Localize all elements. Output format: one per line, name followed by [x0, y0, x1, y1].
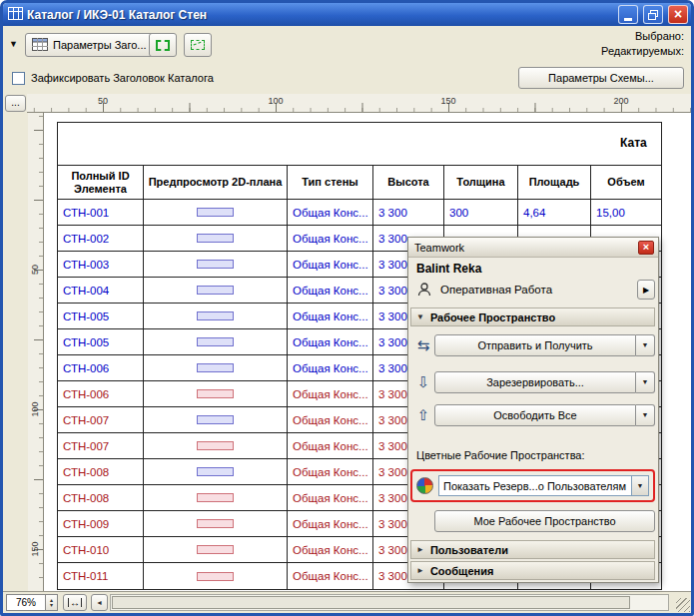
users-section-header[interactable]: ► Пользователи	[410, 540, 655, 559]
operative-work-flyout-button[interactable]: ▶	[637, 280, 655, 300]
combobox-arrow[interactable]: ▼	[631, 476, 648, 495]
cell-volume[interactable]: 15,00	[591, 200, 661, 225]
reserve-dropdown[interactable]: ▼	[636, 371, 655, 393]
scrollbar-thumb[interactable]	[112, 596, 630, 609]
horizontal-scrollbar[interactable]	[110, 594, 669, 611]
table-row[interactable]: СТН-001 Общая Конс... 3 300 300 4,64 15,…	[58, 200, 661, 226]
cell-wall-type[interactable]: Общая Конс...	[288, 511, 373, 536]
column-header-id: Полный ID Элемента	[58, 166, 144, 199]
users-section-label: Пользователи	[430, 544, 508, 556]
zoom-level[interactable]: 76%	[6, 594, 46, 611]
palette-titlebar[interactable]: Teamwork ×	[408, 238, 658, 258]
zoom-value: 76%	[16, 597, 36, 608]
header-params-button[interactable]: Параметры Заго... ▸	[25, 33, 163, 57]
window-titlebar[interactable]: Каталог / ИКЭ-01 Каталог Стен ×	[3, 3, 691, 26]
scroll-left-button[interactable]: ◄	[91, 594, 108, 611]
workspace-section-header[interactable]: ▼ Рабочее Пространство	[410, 308, 655, 326]
cell-wall-type[interactable]: Общая Конс...	[288, 200, 373, 225]
cell-element-id[interactable]: СТН-003	[58, 252, 144, 277]
cell-preview[interactable]	[144, 537, 288, 562]
cell-wall-type[interactable]: Общая Конс...	[288, 278, 373, 303]
wall-preview-shape	[197, 363, 234, 372]
send-receive-button[interactable]: Отправить и Получить	[434, 334, 636, 356]
wall-preview-shape	[197, 467, 234, 476]
cell-wall-type[interactable]: Общая Конс...	[288, 537, 373, 562]
header-params-label: Параметры Заго...	[53, 39, 147, 51]
cell-wall-type[interactable]: Общая Конс...	[288, 485, 373, 510]
zoom-spinner[interactable]: ▴ ▾	[46, 594, 58, 611]
cell-preview[interactable]	[144, 381, 288, 406]
cell-element-id[interactable]: СТН-011	[58, 563, 144, 589]
cell-wall-type[interactable]: Общая Конс...	[288, 226, 373, 251]
cell-element-id[interactable]: СТН-005	[58, 304, 144, 328]
colored-workspaces-label: Цветные Рабочие Пространства:	[416, 449, 585, 461]
cell-element-id[interactable]: СТН-010	[58, 537, 144, 562]
cell-preview[interactable]	[144, 459, 288, 484]
cell-preview[interactable]	[144, 226, 288, 251]
cell-wall-type[interactable]: Общая Конс...	[288, 355, 373, 380]
cell-wall-type[interactable]: Общая Конс...	[288, 563, 373, 589]
marquee-tool-button[interactable]	[149, 33, 177, 57]
cell-area[interactable]: 4,64	[518, 200, 591, 225]
cell-element-id[interactable]: СТН-007	[58, 407, 144, 432]
release-all-dropdown[interactable]: ▼	[636, 404, 655, 426]
cell-wall-type[interactable]: Общая Конс...	[288, 381, 373, 406]
wall-preview-shape	[197, 493, 234, 502]
close-icon: ×	[674, 7, 682, 21]
restore-button[interactable]	[643, 5, 663, 24]
cell-preview[interactable]	[144, 329, 288, 354]
ruler-major-ticks	[34, 113, 43, 591]
flyout-triangle-icon[interactable]: ▼	[9, 39, 18, 49]
messages-section-header[interactable]: ► Сообщения	[410, 561, 655, 580]
cell-wall-type[interactable]: Общая Конс...	[288, 329, 373, 354]
send-receive-row: ⇆ Отправить и Получить ▼	[412, 333, 655, 356]
cell-preview[interactable]	[144, 304, 288, 328]
cell-element-id[interactable]: СТН-005	[58, 329, 144, 354]
cell-element-id[interactable]: СТН-007	[58, 433, 144, 458]
cell-wall-type[interactable]: Общая Конс...	[288, 433, 373, 458]
cell-preview[interactable]	[144, 407, 288, 432]
cell-element-id[interactable]: СТН-001	[58, 200, 144, 225]
my-workspace-button[interactable]: Мое Рабочее Пространство	[434, 510, 655, 532]
spin-down-icon: ▾	[50, 603, 53, 608]
ruler-options-button[interactable]: ...	[5, 95, 26, 112]
cell-wall-type[interactable]: Общая Конс...	[288, 459, 373, 484]
lock-header-label: Зафиксировать Заголовок Каталога	[31, 72, 214, 84]
cell-element-id[interactable]: СТН-002	[58, 226, 144, 251]
release-icon: ⇧	[412, 406, 434, 424]
lock-header-checkbox[interactable]	[12, 72, 25, 85]
cell-preview[interactable]	[144, 355, 288, 380]
cell-thickness[interactable]: 300	[444, 200, 518, 225]
cell-wall-type[interactable]: Общая Конс...	[288, 304, 373, 328]
fit-width-button[interactable]: ↔	[63, 594, 87, 611]
cell-element-id[interactable]: СТН-006	[58, 355, 144, 380]
cell-wall-type[interactable]: Общая Конс...	[288, 407, 373, 432]
cell-wall-type[interactable]: Общая Конс...	[288, 252, 373, 277]
cell-preview[interactable]	[144, 278, 288, 303]
cell-preview[interactable]	[144, 200, 288, 225]
cell-element-id[interactable]: СТН-008	[58, 485, 144, 510]
marquee-poly-tool-button[interactable]	[184, 33, 212, 57]
cell-element-id[interactable]: СТН-004	[58, 278, 144, 303]
cell-element-id[interactable]: СТН-008	[58, 459, 144, 484]
send-receive-dropdown[interactable]: ▼	[636, 334, 655, 356]
resize-grip[interactable]	[676, 598, 690, 612]
minimize-button[interactable]	[618, 5, 638, 24]
palette-close-button[interactable]: ×	[638, 241, 654, 255]
wall-preview-shape	[197, 260, 234, 269]
cell-height[interactable]: 3 300	[373, 200, 444, 225]
cell-preview[interactable]	[144, 563, 288, 589]
scheme-params-button[interactable]: Параметры Схемы...	[518, 67, 684, 89]
cell-preview[interactable]	[144, 252, 288, 277]
reserve-button[interactable]: Зарезервировать...	[434, 371, 636, 393]
cell-preview[interactable]	[144, 485, 288, 510]
cell-preview[interactable]	[144, 511, 288, 536]
horizontal-ruler: 50100150200	[27, 94, 691, 113]
release-all-button[interactable]: Освободить Все	[434, 404, 636, 426]
cell-preview[interactable]	[144, 433, 288, 458]
teamwork-username: Balint Reka	[416, 262, 481, 276]
show-reservations-combobox[interactable]: Показать Резерв...о Пользователям ▼	[438, 475, 649, 496]
cell-element-id[interactable]: СТН-009	[58, 511, 144, 536]
cell-element-id[interactable]: СТН-006	[58, 381, 144, 406]
close-button[interactable]: ×	[668, 5, 688, 24]
